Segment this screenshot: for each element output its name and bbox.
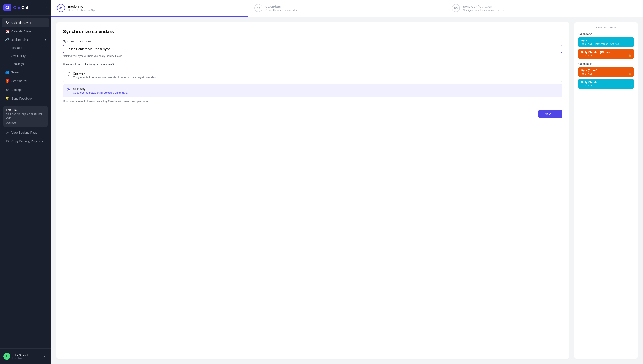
sidebar-item-team[interactable]: 👥 Team [2,68,49,76]
gift-icon: 🎁 [5,79,9,83]
calendar-a-label: Calendar A [578,32,634,36]
user-name: Mike Stranulf [12,354,42,357]
event-gym-clone-title: Gym (Clone) [581,69,631,72]
calendar-b-label: Calendar B [578,62,634,66]
clone-warning: Don't worry, event clones created by One… [63,100,562,103]
sync-type-section: How would you like to sync calendars? On… [63,63,562,103]
next-label: Next [544,112,551,116]
next-button[interactable]: Next → [538,110,562,118]
stepper-header: 01 Basic Info Basic info about the Sync … [51,0,643,17]
event-gym-clone-time: 10:00 AM [581,72,631,76]
radio-one-way-input[interactable] [67,72,70,76]
step-circle-3: 03 [452,4,460,12]
radio-one-way-subtitle: Copy events from a source calendar to on… [73,76,157,79]
sidebar-item-label: Team [12,71,19,74]
lock-icon: 🔒 [628,54,631,57]
event-gym-clone: Gym (Clone) 10:00 AM 🔒 [578,67,634,77]
form-card: Synchronize calendars Synchronization na… [56,22,569,359]
step-subtitle-1: Basic info about the Sync [68,9,97,12]
sync-preview-title: SYNC PREVIEW [578,26,634,29]
event-daily-standup: Daily Standup 11:00 AM ⧉ [578,79,634,89]
step-info-2: Calendars Select the affected calendars [265,5,298,12]
step-circle-2: 02 [254,4,262,12]
sync-type-label: How would you like to sync calendars? [63,63,562,66]
sync-name-section: Synchronization name Naming your sync wi… [63,40,562,58]
sidebar-item-manage[interactable]: Manage [2,44,49,52]
sidebar-header: 01 OneCal ‹‹ [0,0,51,16]
step-title-3: Sync Configuration [463,5,504,8]
collapse-button[interactable]: ‹‹ [44,5,48,10]
radio-one-way-text: One-way Copy events from a source calend… [73,72,157,79]
sidebar-item-label: Manage [12,46,22,50]
step-circle-1: 01 [57,4,65,12]
radio-multi-way-input[interactable] [67,88,70,91]
event-gym-a: Gym 10:00 AM · Flex Gym on 16th Ave [578,37,634,47]
radio-multi-way-title: Multi-way [73,87,128,91]
free-trial-box: Free Trial Your free trial expires on 07… [4,106,48,127]
sidebar-item-view-booking-page[interactable]: ↗ View Booking Page [2,128,49,137]
sidebar-item-label: Bookings [12,62,24,66]
free-trial-description: Your free trial expires on 07 Mar 2034. [6,112,45,120]
next-arrow-icon: → [553,112,556,116]
radio-one-way[interactable]: One-way Copy events from a source calend… [63,68,562,82]
user-menu-button[interactable]: ⋯ [44,354,48,359]
event-daily-standup-time: 11:00 AM [581,84,631,87]
step-basic-info[interactable]: 01 Basic Info Basic info about the Sync [51,0,248,17]
calendar-sync-icon: ↻ [5,20,9,25]
sidebar-item-label: Settings [12,88,22,92]
step-title-1: Basic Info [68,5,97,8]
booking-links-icon: 🔗 [5,38,9,42]
user-info: Mike Stranulf Free Trial [12,354,42,359]
chevron-down-icon: ▾ [45,38,46,41]
sidebar-item-label: Booking Links [11,38,29,42]
radio-multi-way[interactable]: Multi-way Copy events between all select… [63,84,562,98]
sidebar-item-gift-onecal[interactable]: 🎁 Gift OneCal [2,77,49,85]
sidebar-item-calendar-view[interactable]: 📅 Calendar View [2,27,49,36]
team-icon: 👥 [5,70,9,74]
sidebar-item-bookings[interactable]: Bookings [2,60,49,68]
free-trial-title: Free Trial [6,108,45,112]
user-row[interactable]: L Mike Stranulf Free Trial ⋯ [0,350,51,362]
sync-name-input[interactable] [63,44,562,53]
step-calendars[interactable]: 02 Calendars Select the affected calenda… [248,0,446,17]
sidebar-nav: ↻ Calendar Sync 📅 Calendar View 🔗 Bookin… [0,16,51,348]
event-daily-standup-clone: Daily Standup (Clone) 11:00 AM 🔒 [578,49,634,59]
sync-preview-panel: SYNC PREVIEW Calendar A Gym 10:00 AM · F… [574,22,638,359]
sidebar-item-label: Calendar View [12,30,31,33]
event-daily-standup-title: Daily Standup [581,80,631,84]
sidebar-item-label: Gift OneCal [12,80,27,83]
sidebar-item-settings[interactable]: ⚙ Settings [2,86,49,94]
settings-icon: ⚙ [5,88,9,92]
logo-badge: 01 [4,4,11,12]
upgrade-link[interactable]: Upgrade → [6,121,19,124]
logo-one: One [13,5,22,10]
form-actions: Next → [63,110,562,118]
lock-icon-2: 🔒 [628,72,631,76]
sidebar-item-availability[interactable]: Availability [2,52,49,60]
logo-text: OneCal [13,5,28,10]
user-plan: Free Trial [12,357,42,359]
content-area: Synchronize calendars Synchronization na… [51,17,643,364]
radio-multi-way-subtitle: Copy events between all selected calenda… [73,91,128,94]
event-gym-a-title: Gym [581,39,631,42]
sidebar-item-calendar-sync[interactable]: ↻ Calendar Sync [2,18,49,27]
external-link-icon: ↗ [5,130,9,135]
radio-one-way-title: One-way [73,72,157,75]
event-gym-a-time: 10:00 AM · Flex Gym on 16th Ave [581,42,631,46]
step-title-2: Calendars [265,5,298,8]
sidebar-item-label: View Booking Page [12,131,37,134]
form-title: Synchronize calendars [63,29,562,34]
sync-name-label: Synchronization name [63,40,562,43]
logo-cal: Cal [22,5,28,10]
copy-icon: ⧉ [5,139,9,143]
sync-name-hint: Naming your sync will help you easily id… [63,54,562,58]
event-daily-standup-clone-time: 11:00 AM [581,54,631,57]
sidebar-item-booking-links[interactable]: 🔗 Booking Links ▾ [2,36,49,44]
sidebar-item-label: Calendar Sync [12,21,31,24]
calendar-view-icon: 📅 [5,29,9,33]
sidebar-item-send-feedback[interactable]: 💡 Send Feedback [2,94,49,102]
feedback-icon: 💡 [5,96,9,100]
sidebar-item-copy-booking-link[interactable]: ⧉ Copy Booking Page link [2,137,49,145]
step-subtitle-3: Configure how the events are copied [463,9,504,12]
step-sync-config[interactable]: 03 Sync Configuration Configure how the … [446,0,643,17]
